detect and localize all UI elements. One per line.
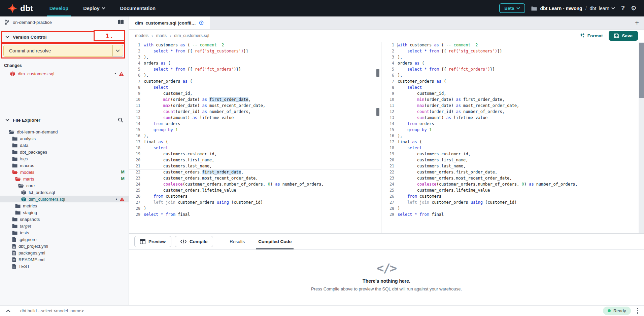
editor-pane-right[interactable]: 1with customers as ( -- comment 22 selec…: [381, 42, 638, 233]
panel-tab-compiled-code[interactable]: Compiled Code: [251, 234, 298, 249]
editor-actions: Format Save: [579, 31, 638, 41]
dbt-cloud-ide: dbt DevelopDeployDocumentation Beta dbt …: [0, 0, 644, 316]
code-text: min(order_date) as first_order_date,: [398, 97, 505, 102]
code-text: customer_orders.first_order_date,: [398, 170, 497, 174]
commit-options-button[interactable]: [112, 45, 123, 57]
command-input[interactable]: dbt build --select <model_name>: [20, 308, 603, 313]
code-line: 19 customers.customer_id,: [381, 151, 638, 157]
warning-icon: [119, 72, 124, 76]
panel-tab-label: Compiled Code: [258, 239, 292, 244]
folder-icon: [15, 204, 21, 208]
modified-badge: M: [121, 170, 125, 174]
folder-open-icon: [15, 177, 21, 181]
code-text: sum(amount) as lifetime_value: [398, 115, 487, 120]
chevron-down-icon: [102, 7, 105, 9]
breadcrumb-item-marts[interactable]: marts: [156, 33, 167, 38]
file-icon: [12, 244, 16, 249]
tree-item-dbt_packages[interactable]: dbt_packages: [0, 149, 129, 155]
tree-item-label: dim_customers.sql: [29, 197, 65, 202]
tree-item-data[interactable]: data: [0, 142, 129, 149]
code-text: sum(amount) as lifetime_value: [144, 115, 234, 120]
tree-item-TEST[interactable]: TEST: [0, 263, 129, 270]
tab-dim-customers[interactable]: dim_customers.sql (confli…: [129, 16, 210, 29]
kebab-menu-icon[interactable]: [635, 308, 640, 314]
nav-item-deploy[interactable]: Deploy: [76, 0, 112, 16]
compile-button[interactable]: Compile: [175, 236, 213, 247]
line-number: 3: [381, 55, 398, 60]
code-line: 8 select: [381, 84, 638, 90]
code-line: 2 select * from {{ ref('stg_customers')}…: [381, 48, 638, 54]
logo-text: dbt: [20, 4, 33, 13]
folder-icon: [12, 150, 18, 154]
line-number: 22: [381, 170, 398, 174]
line-number: 22: [129, 170, 144, 174]
tree-item-dim_customers.sql[interactable]: dim_customers.sql•: [0, 196, 129, 202]
line-number: 6: [381, 73, 398, 78]
breadcrumb-item-dim_customers.sql[interactable]: dim_customers.sql: [174, 33, 209, 38]
nav-item-develop[interactable]: Develop: [42, 0, 76, 16]
change-row-dim_customers.sql[interactable]: dim_customers.sql•: [0, 70, 129, 78]
left-pane-scroll-marker[interactable]: [376, 108, 379, 116]
tree-item-staging[interactable]: staging: [0, 209, 129, 216]
panel-tabs: ResultsCompiled Code: [223, 234, 298, 249]
dbt-logo[interactable]: dbt: [0, 3, 42, 13]
search-icon[interactable]: [118, 117, 123, 123]
branch-row[interactable]: on-demand-practice: [0, 16, 129, 28]
code-line: 20 customers.first_name,: [129, 157, 381, 163]
file-explorer-header[interactable]: File Explorer: [0, 115, 129, 125]
tree-item-analysis[interactable]: analysis: [0, 135, 129, 142]
line-number: 21: [381, 164, 398, 168]
tree-item-dbt_project.yml[interactable]: dbt_project.yml: [0, 243, 129, 249]
panel-tab-results[interactable]: Results: [223, 234, 251, 249]
tree-item-metrics[interactable]: metrics: [0, 202, 129, 209]
commit-split-button: Commit and resolve: [3, 45, 123, 57]
file-icon: [12, 250, 16, 255]
help-icon[interactable]: ?: [621, 5, 625, 12]
project-selector[interactable]: dbt_learn: [590, 6, 615, 11]
preview-label: Preview: [148, 239, 166, 244]
breadcrumb-separator-icon: ›: [151, 33, 153, 38]
gear-icon[interactable]: ⚙: [631, 5, 637, 11]
code-text: customer_orders.most_recent_order_date,: [144, 176, 258, 181]
expand-console-icon[interactable]: [4, 310, 12, 312]
code-text: select * from {{ ref('fct_orders')}}: [398, 67, 495, 72]
line-number: 8: [129, 85, 144, 90]
tree-item-fct_orders.sql[interactable]: fct_orders.sql: [0, 189, 129, 196]
beta-button[interactable]: Beta: [499, 3, 525, 13]
right-pane-scrollbar[interactable]: [639, 42, 644, 233]
save-button[interactable]: Save: [609, 31, 638, 41]
new-tab-button[interactable]: +: [633, 19, 641, 27]
model-icon: [21, 197, 26, 202]
tree-item-.gitignore[interactable]: .gitignore: [0, 236, 129, 243]
tree-item-snapshots[interactable]: snapshots: [0, 216, 129, 223]
tree-item-marts[interactable]: martsM: [0, 175, 129, 182]
tree-item-models[interactable]: modelsM: [0, 169, 129, 175]
account-breadcrumb: dbt Learn - mwong / dbt_learn: [531, 6, 615, 11]
tree-item-target[interactable]: target: [0, 223, 129, 229]
table-icon: [140, 239, 145, 244]
preview-button[interactable]: Preview: [134, 236, 171, 247]
nav-right: Beta dbt Learn - mwong / dbt_learn ? ⚙: [499, 3, 644, 13]
editor-pane-left[interactable]: 1with customers as ( -- comment 22 selec…: [129, 42, 381, 233]
project-name: dbt_learn: [590, 6, 609, 11]
tree-item-packages.yml[interactable]: packages.yml: [0, 249, 129, 256]
tree-item-logs[interactable]: logs: [0, 155, 129, 162]
tree-item-README.md[interactable]: README.md: [0, 256, 129, 263]
docs-book-icon[interactable]: [117, 19, 124, 25]
left-pane-scroll-marker[interactable]: [376, 69, 379, 77]
line-number: 20: [381, 158, 398, 162]
tree-item-dbt-learn-on-demand[interactable]: dbt-learn-on-demand: [0, 128, 129, 135]
code-line: 7customer_orders as (: [381, 78, 638, 84]
nav-item-documentation[interactable]: Documentation: [113, 0, 163, 16]
breadcrumb-item-models[interactable]: models: [135, 33, 148, 38]
tree-item-core[interactable]: core: [0, 182, 129, 189]
tree-item-tests[interactable]: tests: [0, 229, 129, 236]
format-button[interactable]: Format: [579, 33, 603, 38]
commit-and-resolve-button[interactable]: Commit and resolve: [3, 45, 112, 57]
tree-item-label: analysis: [20, 136, 36, 141]
nav-item-label: Develop: [49, 6, 68, 11]
account-name[interactable]: dbt Learn - mwong: [540, 6, 582, 11]
code-text: customers.last_name,: [398, 164, 466, 168]
right-pane-scroll-thumb[interactable]: [639, 43, 644, 98]
tree-item-macros[interactable]: macros: [0, 162, 129, 169]
